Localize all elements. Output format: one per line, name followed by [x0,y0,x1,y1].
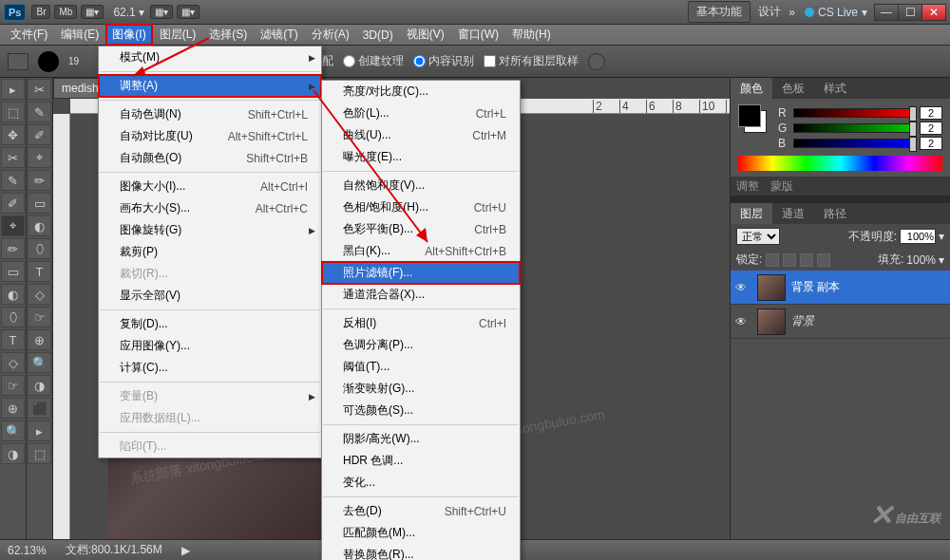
layer-row-0[interactable]: 👁背景 副本 [731,271,950,305]
tool-1-1[interactable]: ✎ [28,102,51,122]
slider-r[interactable]: R2 [778,106,942,120]
tool-1-13[interactable]: ◑ [28,375,51,396]
br-button[interactable]: Br [31,5,50,19]
menu-1[interactable]: 编辑(E) [54,24,105,46]
tool-0-0[interactable]: ▸ [1,79,25,100]
menu-3[interactable]: 图层(L) [153,24,203,46]
eye-icon[interactable]: 👁 [731,281,751,294]
slider-b[interactable]: B2 [778,137,942,150]
tab-masks[interactable]: 蒙版 [770,178,793,195]
dd1-item-6[interactable]: 自动颜色(O)Shift+Ctrl+B [99,147,321,169]
dd2-item-16[interactable]: 可选颜色(S)... [322,400,520,421]
tab-styles[interactable]: 样式 [814,78,856,99]
tool-1-10[interactable]: ☞ [28,307,51,327]
dd2-item-8[interactable]: 黑白(K)...Alt+Shift+Ctrl+B [322,240,520,262]
tool-0-7[interactable]: ✏ [1,238,25,259]
tool-0-8[interactable]: ▭ [1,261,25,282]
tool-0-9[interactable]: ◐ [1,284,25,305]
dd2-item-10[interactable]: 通道混合器(X)... [322,284,520,306]
tool-0-14[interactable]: ⊕ [1,398,25,419]
menu-8[interactable]: 视图(V) [400,24,451,46]
workspace-pill[interactable]: 基本功能 [688,1,750,23]
tool-0-2[interactable]: ✥ [1,124,25,145]
dd2-item-18[interactable]: 阴影/高光(W)... [322,428,520,450]
tool-0-10[interactable]: ⬯ [1,307,25,327]
lock-position-icon[interactable] [800,253,813,267]
radio-content-aware[interactable]: 内容识别 [413,53,474,69]
lock-pixels-icon[interactable] [783,253,796,267]
fg-swatch[interactable] [738,104,761,127]
dd1-item-4[interactable]: 自动色调(N)Shift+Ctrl+L [99,103,321,125]
tool-0-6[interactable]: ⌖ [1,215,25,236]
menu-6[interactable]: 分析(A) [305,24,356,46]
tool-0-16[interactable]: ◑ [1,443,25,464]
screen-mode-button[interactable]: ▦▾ [81,5,104,19]
fill-field[interactable]: 100% [906,253,936,267]
tool-1-11[interactable]: ⊕ [28,329,51,350]
zoom-level[interactable]: 62.1 ▾ [113,6,144,19]
chk-all-layers[interactable]: 对所有图层取样 [484,53,579,69]
tool-1-8[interactable]: T [28,261,51,282]
brush-preview[interactable] [38,51,59,72]
dd2-item-1[interactable]: 色阶(L)...Ctrl+L [322,103,520,124]
dd1-item-5[interactable]: 自动对比度(U)Alt+Shift+Ctrl+L [99,125,321,147]
dd2-item-12[interactable]: 反相(I)Ctrl+I [322,312,520,334]
dd1-item-8[interactable]: 图像大小(I)...Alt+Ctrl+I [99,176,321,197]
dd2-item-15[interactable]: 渐变映射(G)... [322,378,520,400]
tool-0-4[interactable]: ✎ [1,170,25,191]
minimize-button[interactable]: — [874,4,899,21]
status-doc[interactable]: 文档:800.1K/1.56M [66,542,162,558]
radio-create-texture[interactable]: 创建纹理 [343,53,404,69]
expand-icon[interactable]: » [788,6,795,19]
design-link[interactable]: 设计 [750,4,788,20]
dd2-item-3[interactable]: 曝光度(E)... [322,146,520,168]
tool-0-1[interactable]: ⬚ [1,102,25,122]
spectrum-bar[interactable] [738,156,942,171]
menu-2[interactable]: 图像(I) [105,24,152,46]
dd2-item-6[interactable]: 色相/饱和度(H)...Ctrl+U [322,196,520,218]
dd2-item-19[interactable]: HDR 色调... [322,450,520,472]
blend-mode-select[interactable]: 正常 [736,228,780,245]
tool-0-3[interactable]: ✂ [1,147,25,168]
lock-all-icon[interactable] [817,253,830,267]
tool-1-16[interactable]: ⬚ [28,443,51,464]
dd2-item-5[interactable]: 自然饱和度(V)... [322,175,520,196]
tool-1-0[interactable]: ✂ [28,79,51,100]
dd1-item-13[interactable]: 显示全部(V) [99,285,321,307]
dd1-item-16[interactable]: 应用图像(Y)... [99,335,321,357]
pressure-icon[interactable] [588,53,605,70]
tool-preset-icon[interactable] [8,53,28,70]
dd2-item-13[interactable]: 色调分离(P)... [322,334,520,356]
layer-row-1[interactable]: 👁背景 [731,305,950,339]
dd1-item-17[interactable]: 计算(C)... [99,357,321,379]
tab-swatches[interactable]: 色板 [772,78,814,99]
menu-9[interactable]: 窗口(W) [451,24,505,46]
close-button[interactable]: ✕ [922,4,946,21]
lock-transparency-icon[interactable] [766,253,779,267]
tab-channels[interactable]: 通道 [772,203,814,224]
menu-5[interactable]: 滤镜(T) [254,24,304,46]
extras-button[interactable]: ▦▾ [177,5,200,19]
tool-0-11[interactable]: T [1,329,25,350]
opacity-field[interactable]: 100% [900,229,936,244]
dd2-item-14[interactable]: 阈值(T)... [322,356,520,378]
tool-1-15[interactable]: ▸ [28,420,51,441]
brush-size[interactable]: 19 [68,56,79,66]
tool-1-7[interactable]: ⬯ [28,238,51,259]
tool-1-2[interactable]: ✐ [28,124,51,145]
maximize-button[interactable]: ☐ [898,4,922,21]
cslive-button[interactable]: CS Live ▾ [805,6,867,19]
menu-4[interactable]: 选择(S) [202,24,254,46]
tab-color[interactable]: 颜色 [731,78,772,99]
slider-g[interactable]: G2 [778,121,942,135]
dd2-item-20[interactable]: 变化... [322,472,520,494]
dd2-item-0[interactable]: 亮度/对比度(C)... [322,81,520,103]
dd2-item-9[interactable]: 照片滤镜(F)... [322,262,520,284]
menu-10[interactable]: 帮助(H) [505,24,558,46]
tool-0-5[interactable]: ✐ [1,193,25,214]
dd2-item-24[interactable]: 替换颜色(R)... [322,544,520,560]
tool-1-5[interactable]: ▭ [28,193,51,214]
tool-1-14[interactable]: ⬛ [28,398,51,419]
tool-0-12[interactable]: ◇ [1,352,25,373]
tab-paths[interactable]: 路径 [814,203,856,224]
